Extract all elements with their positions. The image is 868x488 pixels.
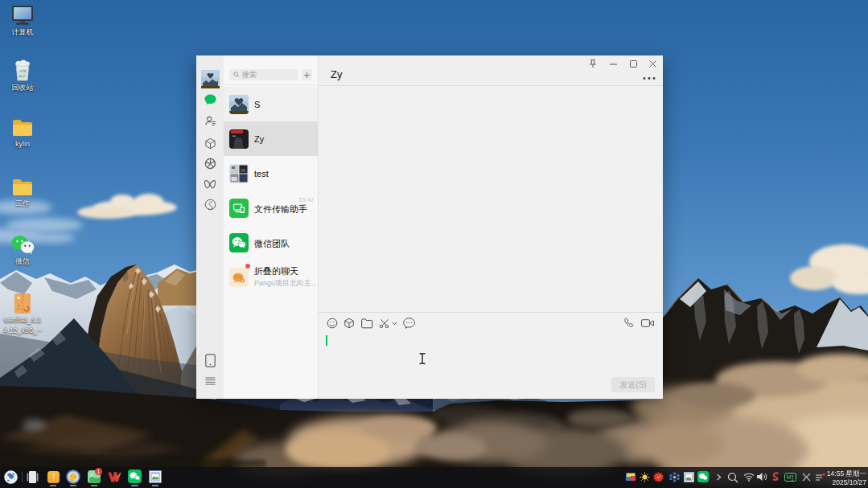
svg-text:]: ]: [792, 474, 793, 481]
svg-text:M: M: [787, 474, 792, 481]
